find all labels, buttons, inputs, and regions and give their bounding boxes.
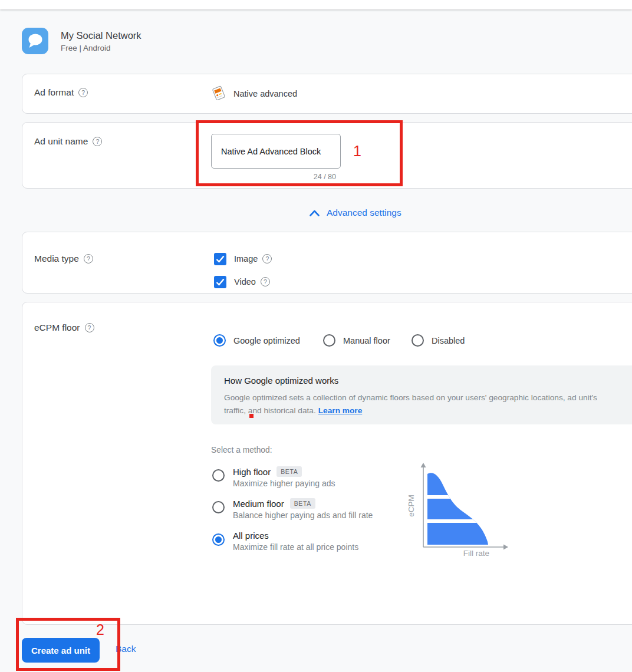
ad-format-value: Native advanced bbox=[210, 85, 297, 101]
help-icon[interactable]: ? bbox=[85, 323, 94, 332]
ecpm-fill-rate-chart: eCPM Fill rate bbox=[406, 459, 515, 558]
radio-button[interactable] bbox=[212, 469, 225, 482]
annotation-box-2 bbox=[16, 618, 120, 671]
method-medium-floor[interactable]: Medium floor BETA Balance higher paying … bbox=[212, 498, 373, 520]
image-label: Image bbox=[234, 254, 258, 263]
info-body-line1: Google optimized sets a collection of dy… bbox=[224, 393, 597, 402]
check-icon bbox=[216, 255, 225, 263]
help-icon[interactable]: ? bbox=[261, 277, 270, 286]
check-icon bbox=[216, 278, 225, 286]
high-floor-desc: Maximize higher paying ads bbox=[233, 479, 335, 488]
ad-format-card bbox=[22, 74, 632, 114]
video-checkbox[interactable] bbox=[214, 276, 226, 288]
annotation-number-1: 1 bbox=[353, 144, 361, 159]
ad-format-label-row: Ad format ? bbox=[34, 87, 88, 98]
video-label: Video bbox=[234, 277, 256, 286]
ecpm-floor-label: eCPM floor bbox=[34, 322, 80, 333]
media-type-label-row: Media type ? bbox=[34, 253, 93, 264]
method-all-prices[interactable]: All prices Maximize fill rate at all pri… bbox=[212, 531, 358, 552]
chevron-up-icon bbox=[309, 209, 320, 217]
medium-floor-desc: Balance higher paying ads and fill rate bbox=[233, 510, 373, 520]
top-app-bar bbox=[0, 0, 632, 9]
chat-bubble-icon bbox=[22, 28, 48, 54]
image-checkbox[interactable] bbox=[214, 253, 226, 265]
app-icon bbox=[22, 28, 48, 54]
radio-disabled[interactable]: Disabled bbox=[412, 334, 465, 347]
video-checkbox-label-row: Video ? bbox=[234, 277, 270, 286]
info-body: Google optimized sets a collection of dy… bbox=[224, 391, 630, 417]
ad-unit-name-label: Ad unit name bbox=[34, 136, 88, 147]
radio-google-optimized[interactable]: Google optimized bbox=[213, 334, 300, 347]
help-icon[interactable]: ? bbox=[262, 254, 272, 263]
medium-floor-title: Medium floor bbox=[233, 499, 284, 509]
google-optimized-label: Google optimized bbox=[233, 336, 300, 345]
ecpm-floor-card bbox=[22, 302, 632, 625]
radio-button[interactable] bbox=[412, 334, 424, 347]
radio-button-selected[interactable] bbox=[213, 334, 226, 347]
chart-xlabel: Fill rate bbox=[463, 549, 489, 558]
ad-format-label: Ad format bbox=[34, 87, 74, 98]
cursor-artifact bbox=[249, 414, 254, 418]
manual-floor-label: Manual floor bbox=[343, 336, 390, 345]
beta-badge: BETA bbox=[290, 498, 315, 509]
app-subtitle: Free | Android bbox=[61, 44, 111, 52]
help-icon[interactable]: ? bbox=[93, 137, 102, 146]
advanced-settings-label: Advanced settings bbox=[327, 207, 401, 218]
all-prices-desc: Maximize fill rate at all price points bbox=[233, 542, 358, 552]
radio-button-selected[interactable] bbox=[212, 533, 225, 546]
media-type-card bbox=[22, 232, 632, 294]
help-icon[interactable]: ? bbox=[84, 254, 93, 263]
admob-create-ad-unit-page: My Social Network Free | Android Ad form… bbox=[0, 0, 632, 672]
all-prices-title: All prices bbox=[233, 531, 269, 541]
annotation-number-2: 2 bbox=[96, 622, 104, 637]
advanced-settings-toggle[interactable]: Advanced settings bbox=[309, 207, 401, 218]
beta-badge: BETA bbox=[276, 466, 302, 477]
high-floor-title: High floor bbox=[233, 467, 271, 477]
native-advanced-icon bbox=[210, 85, 227, 101]
radio-manual-floor[interactable]: Manual floor bbox=[323, 334, 390, 347]
learn-more-link[interactable]: Learn more bbox=[318, 406, 363, 415]
info-body-line2: traffic, and historical data. bbox=[224, 406, 316, 415]
info-title: How Google optimized works bbox=[224, 375, 630, 386]
image-checkbox-label-row: Image ? bbox=[234, 254, 272, 263]
annotation-box-1 bbox=[196, 120, 403, 186]
help-icon[interactable]: ? bbox=[78, 88, 88, 97]
media-type-label: Media type bbox=[34, 253, 79, 264]
google-optimized-info-box: How Google optimized works Google optimi… bbox=[211, 365, 632, 424]
method-high-floor[interactable]: High floor BETA Maximize higher paying a… bbox=[212, 466, 335, 488]
radio-button[interactable] bbox=[212, 501, 225, 513]
ecpm-floor-label-row: eCPM floor ? bbox=[34, 322, 94, 333]
radio-button[interactable] bbox=[323, 334, 335, 347]
ad-unit-name-label-row: Ad unit name ? bbox=[34, 136, 102, 147]
chart-ylabel: eCPM bbox=[407, 495, 416, 517]
app-title: My Social Network bbox=[61, 30, 141, 41]
disabled-label: Disabled bbox=[432, 336, 465, 345]
select-method-prompt: Select a method: bbox=[211, 446, 272, 454]
ad-format-value-text: Native advanced bbox=[233, 89, 297, 98]
